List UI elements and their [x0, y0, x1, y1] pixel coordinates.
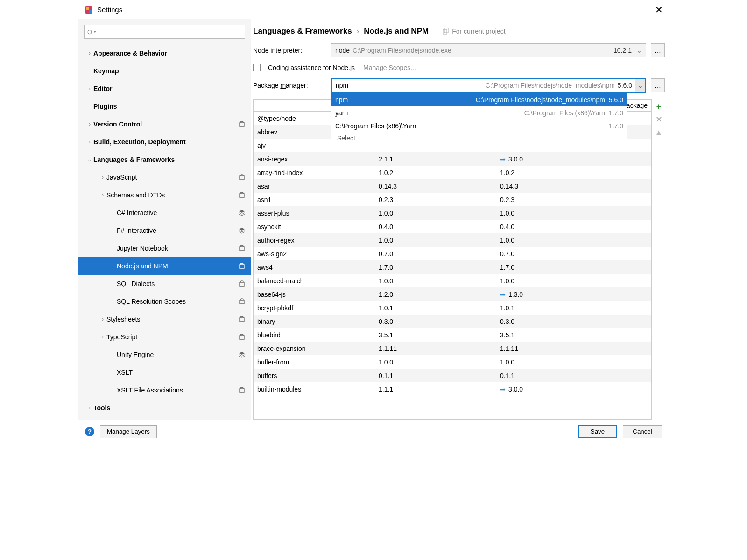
- tree-item[interactable]: ›JavaScript: [78, 168, 251, 186]
- package-row[interactable]: array-find-index1.0.21.0.2: [254, 166, 651, 179]
- pkg-latest: 1.0.0: [496, 277, 651, 285]
- pkg-name: assert-plus: [254, 210, 375, 217]
- tree-item-label: Jupyter Notebook: [117, 245, 239, 252]
- tree-item[interactable]: XSLT: [78, 364, 251, 381]
- package-row[interactable]: binary0.3.00.3.0: [254, 315, 651, 328]
- expand-icon: ›: [86, 85, 93, 92]
- search-input[interactable]: Q ▾: [84, 25, 245, 39]
- tree-item[interactable]: Keymap: [78, 62, 251, 80]
- tree-item[interactable]: Node.js and NPM: [78, 257, 251, 275]
- scope-badge-icon: [239, 121, 245, 127]
- tree-item[interactable]: ›Editor: [78, 80, 251, 98]
- coding-assist-label: Coding assistance for Node.js: [268, 64, 355, 71]
- tree-item[interactable]: C# Interactive: [78, 204, 251, 222]
- chevron-down-icon[interactable]: ⌄: [635, 79, 645, 92]
- tree-item[interactable]: ›Schemas and DTDs: [78, 186, 251, 204]
- node-interpreter-field[interactable]: node C:\Program Files\nodejs\node.exe 10…: [331, 43, 646, 57]
- chevron-down-icon: ▾: [94, 29, 96, 34]
- save-button[interactable]: Save: [578, 425, 617, 438]
- package-row[interactable]: aws41.7.01.7.0: [254, 260, 651, 274]
- upgrade-package-button[interactable]: ▲: [654, 127, 664, 138]
- interpreter-name: node: [335, 47, 350, 54]
- package-manager-row: Package manager: npm C:\Program Files\no…: [251, 78, 665, 93]
- package-row[interactable]: buffers0.1.10.1.1: [254, 369, 651, 382]
- dropdown-item[interactable]: npmC:\Program Files\nodejs\node_modules\…: [331, 93, 627, 106]
- package-row[interactable]: bcrypt-pbkdf1.0.11.0.1: [254, 301, 651, 315]
- remove-package-button[interactable]: ✕: [654, 114, 664, 125]
- package-row[interactable]: ansi-regex2.1.1➡3.0.0: [254, 152, 651, 166]
- pkg-name: array-find-index: [254, 169, 375, 176]
- pkg-latest: ➡3.0.0: [496, 155, 651, 163]
- tree-item-label: Unity Engine: [117, 351, 239, 358]
- tree-item-label: Editor: [93, 85, 245, 92]
- settings-window: Settings ✕ Q ▾ ›Appearance & BehaviorKey…: [78, 0, 669, 443]
- coding-assist-checkbox[interactable]: [253, 64, 261, 71]
- expand-icon: ›: [86, 121, 93, 127]
- svg-rect-4: [444, 28, 448, 33]
- breadcrumb-parent[interactable]: Languages & Frameworks: [253, 27, 352, 36]
- upgrade-arrow-icon: ➡: [500, 291, 506, 298]
- pkgmgr-name: npm: [332, 82, 352, 89]
- tree-item[interactable]: ›Build, Execution, Deployment: [78, 133, 251, 151]
- package-row[interactable]: base64-js1.2.0➡1.3.0: [254, 287, 651, 301]
- package-manager-field[interactable]: npm C:\Program Files\nodejs\node_modules…: [331, 78, 646, 93]
- pkgmgr-more-button[interactable]: …: [651, 78, 665, 92]
- package-row[interactable]: author-regex1.0.01.0.0: [254, 233, 651, 247]
- tree-item[interactable]: ⌄Languages & Frameworks: [78, 151, 251, 168]
- package-row[interactable]: asn10.2.30.2.3: [254, 193, 651, 206]
- interpreter-more-button[interactable]: …: [651, 43, 665, 57]
- main-panel: Languages & Frameworks › Node.js and NPM…: [251, 19, 669, 420]
- tree-item[interactable]: SQL Dialects: [78, 275, 251, 293]
- pkg-latest: 0.2.3: [496, 196, 651, 203]
- scope-badge-icon: [239, 174, 245, 181]
- tree-item[interactable]: Plugins: [78, 98, 251, 115]
- tree-item[interactable]: F# Interactive: [78, 222, 251, 239]
- pkgmgr-path: C:\Program Files\nodejs\node_modules\npm: [352, 82, 615, 89]
- chevron-down-icon[interactable]: ⌄: [636, 47, 642, 54]
- scope-badge-icon: [239, 227, 245, 234]
- upgrade-arrow-icon: ➡: [500, 155, 506, 163]
- close-icon[interactable]: ✕: [655, 4, 663, 15]
- copy-icon: [443, 28, 449, 35]
- help-icon[interactable]: ?: [85, 427, 94, 436]
- tree-item[interactable]: ›TypeScript: [78, 328, 251, 346]
- tree-item-label: F# Interactive: [117, 227, 239, 234]
- tree-item[interactable]: ›Version Control: [78, 115, 251, 133]
- package-row[interactable]: buffer-from1.0.01.0.0: [254, 355, 651, 369]
- app-logo-icon: [84, 5, 93, 14]
- manage-layers-button[interactable]: Manage Layers: [100, 425, 157, 438]
- tree-item[interactable]: Unity Engine: [78, 346, 251, 364]
- package-row[interactable]: bluebird3.5.13.5.1: [254, 328, 651, 342]
- cancel-button[interactable]: Cancel: [623, 425, 662, 438]
- package-row[interactable]: asynckit0.4.00.4.0: [254, 220, 651, 233]
- scope-badge-icon: [239, 334, 245, 340]
- pkg-latest: 0.7.0: [496, 250, 651, 258]
- pkg-name: aws-sign2: [254, 250, 375, 258]
- tree-item[interactable]: ›Stylesheets: [78, 310, 251, 328]
- pkg-latest: ➡3.0.0: [496, 385, 651, 393]
- scope-badge-icon: [239, 263, 245, 269]
- add-package-button[interactable]: +: [654, 101, 664, 112]
- footer: ? Manage Layers Save Cancel: [78, 420, 669, 443]
- tree-item[interactable]: XSLT File Associations: [78, 381, 251, 399]
- table-side-buttons: + ✕ ▲: [652, 99, 665, 420]
- dropdown-item[interactable]: C:\Program Files (x86)\Yarn1.7.0: [331, 119, 627, 133]
- tree-item[interactable]: ›Tools: [78, 399, 251, 417]
- manage-scopes-link[interactable]: Manage Scopes...: [363, 64, 416, 71]
- tree-item[interactable]: ›Appearance & Behavior: [78, 44, 251, 62]
- package-row[interactable]: assert-plus1.0.01.0.0: [254, 206, 651, 220]
- package-row[interactable]: asar0.14.30.14.3: [254, 179, 651, 193]
- tree-item-label: Stylesheets: [106, 315, 239, 323]
- tree-item[interactable]: Jupyter Notebook: [78, 239, 251, 257]
- tree-item-label: Schemas and DTDs: [106, 191, 239, 199]
- package-row[interactable]: balanced-match1.0.01.0.0: [254, 274, 651, 287]
- scope-label: For current project: [443, 28, 505, 35]
- package-row[interactable]: builtin-modules1.1.1➡3.0.0: [254, 382, 651, 396]
- table-body: @types/nodeabbrevajvansi-regex2.1.1➡3.0.…: [254, 112, 651, 396]
- dropdown-select[interactable]: Select...: [331, 133, 627, 144]
- expand-icon: ›: [99, 334, 106, 340]
- package-row[interactable]: aws-sign20.7.00.7.0: [254, 247, 651, 260]
- package-row[interactable]: brace-expansion1.1.111.1.11: [254, 342, 651, 355]
- tree-item[interactable]: SQL Resolution Scopes: [78, 293, 251, 310]
- dropdown-item[interactable]: yarnC:\Program Files (x86)\Yarn1.7.0: [331, 106, 627, 119]
